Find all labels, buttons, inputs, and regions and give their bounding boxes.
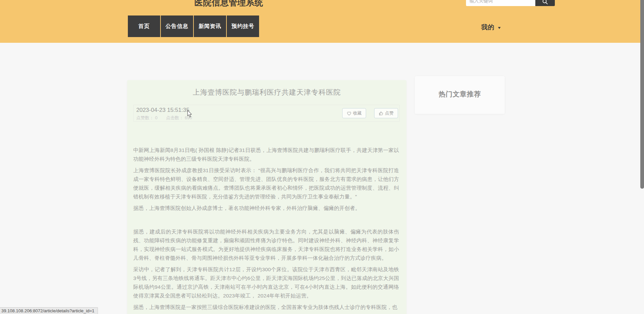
article-paragraph: 据悉，建成后的天津专科医院将以功能神经外科相关疾病为主要业务方向，尤其是以脑瘫、… xyxy=(133,227,399,262)
likes-label: 点赞数： xyxy=(136,115,154,120)
search-icon xyxy=(542,0,548,5)
tab-news[interactable]: 新闻资讯 xyxy=(194,15,226,37)
like-button[interactable]: 点赞 xyxy=(374,108,398,118)
search-button[interactable] xyxy=(535,0,555,6)
like-button-label: 点赞 xyxy=(385,111,394,116)
header: 医院信息管理系统 首页 公告信息 新闻资讯 预约挂号 我的 xyxy=(0,0,644,43)
site-title[interactable]: 医院信息管理系统 xyxy=(194,0,263,8)
hot-articles-title: 热门文章推荐 xyxy=(415,76,505,99)
user-menu-label: 我的 xyxy=(481,23,495,32)
user-menu[interactable]: 我的 xyxy=(481,23,501,32)
article-paragraph: 采访中，记者了解到，天津专科医院共计12层，开设约300个床位。该院位于天津市西… xyxy=(133,265,399,300)
link-preview-statusbar: 39.108.108.206:8072/article/details?arti… xyxy=(0,307,98,314)
favorite-button[interactable]: 收藏 xyxy=(342,108,366,118)
article-paragraph: 上海壹博医院院长孙成彦教授31日接受采访时表示： “很高兴与鹏瑞利医疗合作，我们… xyxy=(133,166,399,201)
article-paragraph: 中新网上海新闻8月31日电( 孙国根 陈静)记者31日获悉，上海壹博医院共建与鹏… xyxy=(133,146,399,163)
vertical-scrollbar-thumb[interactable] xyxy=(640,0,644,189)
heart-icon xyxy=(347,111,352,116)
hot-articles-card: 热门文章推荐 xyxy=(415,76,505,114)
search-input[interactable] xyxy=(466,0,535,6)
article-meta-box: 2023-04-23 15:51:35 点赞数： 0 点击数： 690 收藏 xyxy=(133,105,400,122)
likes-count: 0 xyxy=(155,115,157,120)
tab-appointment[interactable]: 预约挂号 xyxy=(227,15,259,37)
article-paragraph: 据悉，上海壹博医院创始人孙成彦博士，著名功能神经外科专家，外科治疗脑瘫、偏瘫的开… xyxy=(133,204,399,213)
article-actions: 收藏 点赞 xyxy=(342,108,398,118)
clicks-label: 点击数： xyxy=(166,115,183,120)
chevron-down-icon xyxy=(498,27,501,29)
thumb-up-icon xyxy=(379,111,384,116)
favorite-button-label: 收藏 xyxy=(353,111,362,116)
article-paragraph: 据悉，上海壹博医院是一家按照三级综合医院标准建设的医院，全国首家专业为肢体伤残人… xyxy=(133,303,399,312)
search-bar xyxy=(466,0,555,6)
screen: 医院信息管理系统 首页 公告信息 新闻资讯 预约挂号 我的 xyxy=(0,0,644,314)
article-body: 中新网上海新闻8月31日电( 孙国根 陈静)记者31日获悉，上海壹博医院共建与鹏… xyxy=(133,146,399,314)
clicks-count: 690 xyxy=(185,115,192,120)
article-title: 上海壹博医院与鹏瑞利医疗共建天津专科医院 xyxy=(127,80,406,97)
main-nav: 首页 公告信息 新闻资讯 预约挂号 xyxy=(128,15,259,37)
tab-announcements[interactable]: 公告信息 xyxy=(161,15,193,37)
tab-home[interactable]: 首页 xyxy=(128,15,160,37)
article-card: 上海壹博医院与鹏瑞利医疗共建天津专科医院 2023-04-23 15:51:35… xyxy=(127,80,406,314)
